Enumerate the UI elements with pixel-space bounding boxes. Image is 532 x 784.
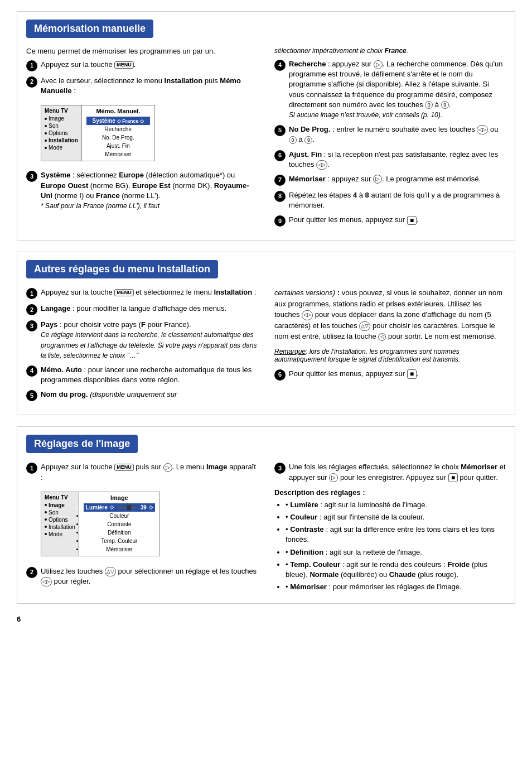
- section1-right: sélectionner impérativement le choix Fra…: [274, 45, 506, 231]
- section-autres-reglages: Autres réglages du menu Installation 1 A…: [17, 252, 515, 415]
- key-0-icon: 0: [425, 101, 433, 109]
- menu-right-title: Mémo. Manuel.: [86, 108, 150, 114]
- section2-right: certaines versions) : vous pouvez, si vo…: [274, 285, 506, 406]
- step-num-4: 4: [274, 60, 286, 71]
- step-2-3: 3 Pays : pour choisir votre pays (F pour…: [26, 320, 258, 360]
- s3-step-num-2: 2: [26, 567, 37, 578]
- image-right-title: Image: [84, 494, 155, 501]
- menu-icon-2: MENU: [114, 289, 134, 296]
- section-title-image: Réglages de l'image: [26, 435, 138, 453]
- img-menu-options: Options: [45, 516, 75, 523]
- exit-icon-1: ⏹: [407, 216, 417, 225]
- menu-right-no-prog: No. De Prog.: [86, 133, 150, 142]
- menu-right-ajust: Ajust. Fin: [86, 142, 150, 150]
- step-1-4: 4 Recherche : appuyez sur ▷. La recherch…: [274, 59, 506, 120]
- step-note-france: sélectionner impérativement le choix Fra…: [274, 47, 506, 55]
- step-1-7: 7 Mémoriser : appuyez sur ▷. Le programm…: [274, 174, 506, 186]
- description-reglages: Description des réglages : • Lumière : a…: [274, 488, 506, 593]
- circle-right-icon-4: ▷: [329, 473, 338, 482]
- step-num-8: 8: [274, 191, 286, 202]
- desc-memoriser: • Mémoriser : pour mémoriser les réglage…: [286, 582, 506, 592]
- step-3-1: 1 Appuyez sur la touche MENU puis sur ▷.…: [26, 462, 258, 482]
- key-9-icon: 9: [441, 101, 449, 109]
- step-1-5: 5 No De Prog. : entrer le numéro souhait…: [274, 124, 506, 145]
- arrows-lr-icon-1: ◁▷: [477, 125, 488, 134]
- s3-step-num-3: 3: [274, 463, 286, 474]
- image-menu-right-panel: Image Lumière ◇ 39 ◇: [79, 492, 159, 556]
- menu-icon: MENU: [114, 61, 134, 69]
- step-3-2: 2 Utilisez les touches △▽ pour sélection…: [26, 566, 258, 586]
- img-menu-mode: Mode: [45, 531, 75, 538]
- section-title-autres: Autres réglages du menu Installation: [26, 260, 218, 278]
- exit-icon-2: ⏹: [407, 369, 417, 379]
- step-1-6: 6 Ajust. Fin : si la réception n'est pas…: [274, 150, 506, 170]
- key-9-icon-2: 9: [304, 136, 312, 144]
- page-number: 6: [17, 615, 515, 623]
- step-1-8: 8 Répétez les étapes 4 à 8 autant de foi…: [274, 190, 506, 210]
- arrows-lr-icon-2: ◁▷: [316, 160, 327, 170]
- menu-image-box: Menu TV Image Son Options Installation M…: [41, 492, 160, 556]
- step-num-6: 6: [274, 150, 286, 161]
- img-item-couleur: Couleur: [84, 512, 155, 520]
- step-num-9: 9: [274, 215, 286, 227]
- menu-icon-3: MENU: [114, 464, 134, 471]
- menu-right-memoriser: Mémoriser: [86, 150, 150, 158]
- step-1-3: 3 Système : sélectionnez Europe (détecti…: [26, 170, 258, 211]
- s2-remarque: Remarque: lors de l'installation, les pr…: [274, 348, 506, 363]
- step-2-2: 2 Langage : pour modifier la langue d'af…: [26, 304, 258, 315]
- section3-left: 1 Appuyez sur la touche MENU puis sur ▷.…: [26, 460, 258, 594]
- section3-right: 3 Une fois les réglages effectués, sélec…: [274, 460, 506, 594]
- img-menu-image: Image: [45, 502, 75, 509]
- desc-couleur: • Couleur : agit sur l'intensité de la c…: [286, 512, 506, 522]
- exit-icon-3: ⏹: [448, 473, 458, 483]
- menu-tv-left-panel: Menu TV Image Son Options Installation M…: [41, 105, 82, 161]
- step-num-2: 2: [26, 76, 37, 88]
- menu-item-installation: Installation: [45, 137, 78, 144]
- left-arrow-icon: ◁: [378, 333, 386, 341]
- img-menu-installation: Installation: [45, 523, 75, 531]
- circle-right-icon: ▷: [374, 60, 383, 69]
- step-1-9: 9 Pour quitter les menus, appuyez sur ⏹.: [274, 215, 506, 227]
- menu-item-options: Options: [45, 129, 78, 137]
- menu-item-mode: Mode: [45, 144, 78, 151]
- step-3-3: 3 Une fois les réglages effectués, sélec…: [274, 462, 506, 482]
- section1-intro: Ce menu permet de mémoriser les programm…: [26, 47, 258, 55]
- img-item-temp-couleur: Temp. Couleur: [84, 537, 155, 545]
- step-num-5: 5: [274, 125, 286, 136]
- desc-contraste: • Contraste : agit sur la différence ent…: [286, 525, 506, 545]
- menu-tv-left-items: Image Son Options Installation Mode: [45, 115, 78, 151]
- menu-tv-box-1: Menu TV Image Son Options Installation M…: [41, 105, 155, 161]
- image-right-items: Lumière ◇ 39 ◇ Couleur Cont: [84, 503, 155, 554]
- arrows-ud-icon-2: △▽: [105, 567, 116, 576]
- circle-right-icon-3: ▷: [163, 463, 172, 472]
- img-item-definition: Définition: [84, 528, 155, 537]
- circle-right-icon-2: ▷: [373, 175, 382, 184]
- image-menu-left-items: Image Son Options Installation Mode: [45, 502, 75, 538]
- arrows-lr-icon-4: ◁▷: [41, 577, 52, 586]
- img-item-lumiere: Lumière ◇ 39 ◇: [84, 503, 155, 512]
- section-reglages-image: Réglages de l'image 1 Appuyez sur la tou…: [17, 426, 515, 604]
- desc-definition: • Définition : agit sur la netteté de l'…: [286, 547, 506, 557]
- desc-lumiere: • Lumière : agit sur la luminosité de l'…: [286, 500, 506, 510]
- page-container: Mémorisation manuelle Ce menu permet de …: [17, 11, 515, 623]
- menu-tv-title: Menu TV: [45, 108, 78, 114]
- desc-title: Description des réglages :: [274, 488, 506, 497]
- step-2-5: 5 Nom du prog. (disponible uniquement su…: [26, 389, 258, 401]
- image-menu-left-panel: Menu TV Image Son Options Installation M…: [41, 492, 79, 556]
- s3-step-num-1: 1: [26, 463, 37, 474]
- step-2-4: 4 Mémo. Auto : pour lancer une recherche…: [26, 365, 258, 385]
- key-0-icon-2: 0: [289, 136, 297, 144]
- step-num-3: 3: [26, 171, 37, 182]
- menu-right-systeme: Système ◇ France ◇: [86, 117, 150, 125]
- menu-item-image: Image: [45, 115, 78, 122]
- img-item-memoriser: Mémoriser: [84, 545, 155, 554]
- section2-left: 1 Appuyez sur la touche MENU et sélectio…: [26, 285, 258, 406]
- menu-right-recherche: Recherche: [86, 125, 150, 133]
- desc-temp-couleur: • Temp. Couleur : agit sur le rendu des …: [286, 560, 506, 580]
- section-memorisation: Mémorisation manuelle Ce menu permet de …: [17, 11, 515, 241]
- section1-left: Ce menu permet de mémoriser les programm…: [26, 45, 258, 231]
- menu-tv-right-panel: Mémo. Manuel. Système ◇ France ◇ Recherc…: [82, 105, 154, 161]
- step-num-1: 1: [26, 60, 37, 71]
- arrows-ud-icon: △▽: [359, 321, 370, 331]
- desc-list: • Lumière : agit sur la luminosité de l'…: [286, 500, 506, 593]
